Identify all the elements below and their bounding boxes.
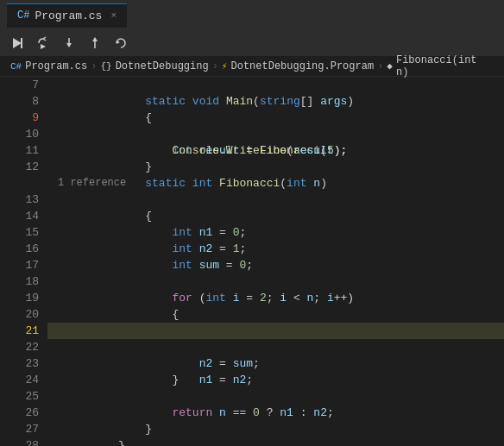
line-num-20: 20 (0, 306, 39, 323)
line-num-19: 19 (0, 290, 39, 306)
breadcrumb-sep-2: › (212, 60, 218, 72)
breadcrumb: C# Program.cs › {} DotnetDebugging › ⚡ D… (0, 56, 504, 77)
code-line-18: for (int i = 2; i < n; i++) (47, 273, 504, 290)
breadcrumb-method[interactable]: ◆ Fibonacci(int n) (387, 54, 494, 79)
line-num-18: 18 (0, 273, 39, 290)
code-line-27: } (47, 421, 504, 437)
line-num-28: 28 (0, 437, 39, 446)
tab-close-button[interactable]: × (110, 10, 117, 21)
breadcrumb-method-label: Fibonacci(int n) (396, 54, 494, 79)
step-into-button[interactable] (59, 35, 79, 52)
csharp-file-icon: C# (17, 9, 29, 22)
line-num-26: 26 (0, 405, 39, 421)
namespace-icon: {} (100, 61, 111, 72)
title-bar: C# Program.cs × (0, 0, 504, 30)
breadcrumb-sep-3: › (377, 60, 383, 72)
code-editor: 7 8 9 10 11 12 13 14 15 16 17 18 19 20 2… (0, 77, 504, 446)
line-num-27: 27 (0, 421, 39, 437)
line-num-10: 10 (0, 126, 39, 142)
code-line-12: static int Fibonacci(int n) (47, 159, 504, 175)
svg-marker-4 (66, 43, 72, 47)
code-line-26: } (47, 405, 504, 421)
breadcrumb-file[interactable]: C# Program.cs (10, 60, 87, 72)
line-num-15: 15 (0, 224, 39, 241)
line-num-7: 7 (0, 77, 39, 93)
line-num-22: 22 (0, 339, 39, 355)
line-num-16: 16 (0, 241, 39, 257)
stop-button[interactable] (136, 41, 143, 45)
breadcrumb-class-label: DotnetDebugging.Program (230, 60, 374, 72)
code-line-25: return n == 0 ? n1 : n2; (47, 388, 504, 405)
code-line-28: } (47, 437, 504, 446)
continue-button[interactable] (7, 35, 28, 52)
code-line-13: { (47, 192, 504, 208)
breadcrumb-class[interactable]: ⚡ DotnetDebugging.Program (222, 60, 374, 72)
svg-marker-0 (13, 38, 22, 48)
line-num-21: 21 (0, 323, 39, 339)
line-num-17: 17 (0, 257, 39, 273)
code-line-17 (47, 257, 504, 273)
line-num-8: 8 (0, 93, 39, 110)
code-line-22: n2 = sum; (47, 339, 504, 355)
code-line-15: int n2 = 1; (47, 224, 504, 241)
code-line-11: } (47, 142, 504, 159)
method-icon: ◆ (387, 60, 393, 72)
line-num-25: 25 (0, 388, 39, 405)
code-line-7: static void Main(string[] args) (47, 77, 504, 93)
code-line-16: int sum = 0; (47, 241, 504, 257)
breadcrumb-sep-1: › (91, 60, 97, 72)
code-line-14: int n1 = 0; (47, 208, 504, 224)
line-num-12: 12 (0, 159, 39, 175)
code-line-10: Console.WriteLine(result); (47, 126, 504, 142)
tab-label: Program.cs (35, 9, 102, 22)
code-line-21: ⇒ 💡 n1 = n2; (47, 323, 504, 339)
line-numbers: 7 8 9 10 11 12 13 14 15 16 17 18 19 20 2… (0, 77, 47, 446)
debug-toolbar (0, 30, 504, 56)
line-num-24: 24 (0, 372, 39, 388)
code-line-8: { (47, 93, 504, 110)
line-num-9: 9 (0, 110, 39, 126)
step-out-button[interactable] (85, 35, 105, 52)
step-over-button[interactable] (33, 35, 54, 52)
code-line-9: int result = Fibonacci(5); (47, 110, 504, 126)
line-num-13: 13 (0, 192, 39, 208)
code-line-19: { (47, 290, 504, 306)
restart-button[interactable] (110, 35, 131, 52)
line-num-23: 23 (0, 355, 39, 372)
code-line-20: sum = n1 + n2; (47, 306, 504, 323)
svg-marker-2 (41, 44, 46, 49)
svg-marker-6 (92, 37, 98, 41)
breadcrumb-namespace[interactable]: {} DotnetDebugging (100, 60, 208, 72)
editor-tab[interactable]: C# Program.cs × (7, 3, 127, 28)
code-line-23: } (47, 355, 504, 372)
line-num-11: 11 (0, 142, 39, 159)
csharp-icon: C# (10, 61, 22, 72)
line-num-14: 14 (0, 208, 39, 224)
breadcrumb-namespace-label: DotnetDebugging (116, 60, 209, 72)
line-num-ref (0, 175, 39, 192)
code-line-24 (47, 372, 504, 388)
svg-rect-1 (21, 38, 22, 48)
code-content[interactable]: static void Main(string[] args) { int re… (47, 77, 504, 446)
svg-marker-7 (117, 41, 120, 44)
class-icon: ⚡ (222, 60, 228, 72)
breadcrumb-file-label: Program.cs (25, 60, 87, 72)
